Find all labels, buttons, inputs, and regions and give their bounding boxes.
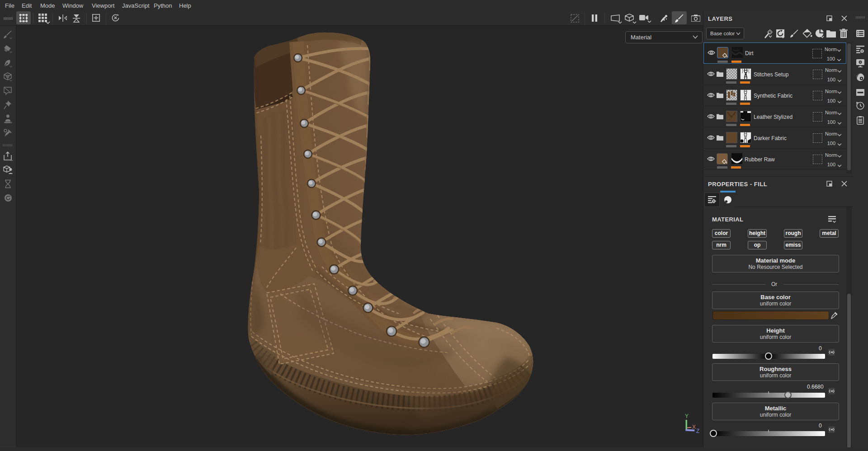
svg-text:X: X: [692, 424, 696, 430]
svg-text:Y: Y: [685, 413, 689, 419]
svg-text:Z: Z: [696, 428, 699, 434]
